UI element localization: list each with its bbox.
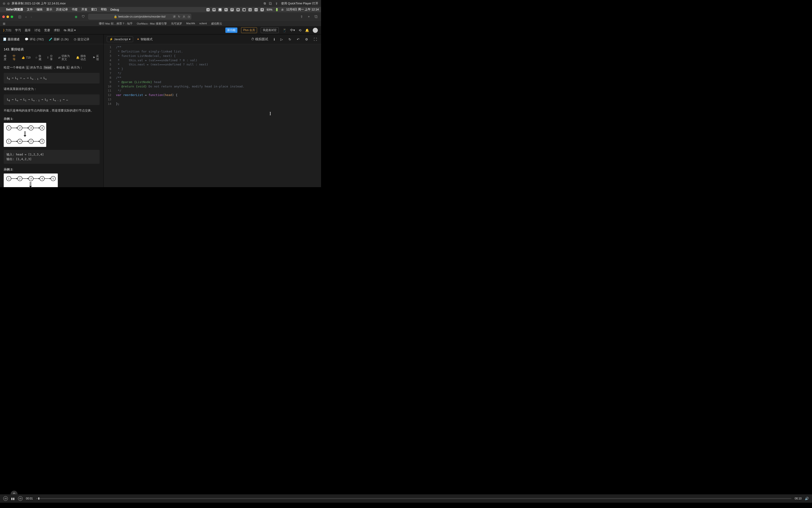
new-feature-badge[interactable]: 新功能	[225, 28, 237, 33]
bell-icon[interactable]: 🔔	[305, 29, 309, 32]
status-icon-p[interactable]: P	[231, 8, 234, 11]
copy-icon[interactable]: ⿻	[269, 2, 272, 5]
share-button[interactable]: ⇪分享	[47, 54, 53, 61]
info-icon[interactable]: ℹ	[273, 38, 276, 41]
sidebar-toggle-icon[interactable]: ◫	[17, 15, 22, 18]
example-1-io: 输入: head = [1,2,3,4] 输出: [1,4,2,3]	[4, 150, 100, 164]
tab-submissions[interactable]: ◷ 提交记录	[74, 37, 89, 41]
status-icon-cmd[interactable]: ⌘	[236, 8, 240, 11]
leetcode-logo[interactable]: ⟩ 力扣	[3, 28, 11, 32]
updates-button[interactable]: 🔔接收动态	[76, 54, 88, 61]
menu-debug[interactable]: Debug	[110, 8, 119, 11]
fav-button[interactable]: ☆收藏	[35, 54, 42, 61]
privacy-icon[interactable]: ⛉	[81, 15, 86, 18]
nav-discuss[interactable]: 讨论	[35, 28, 41, 32]
menu-window[interactable]: 窗口	[91, 8, 97, 11]
settings-icon[interactable]: ⚙	[304, 38, 309, 41]
tab-solutions-label: 题解	[54, 37, 60, 41]
updates-label: 接收动态	[81, 54, 88, 61]
nav-store[interactable]: 🛍 商店 ▾	[63, 28, 76, 32]
tabs-icon[interactable]: ⿻	[314, 15, 319, 18]
run-icon[interactable]: ▷	[279, 38, 284, 41]
like-button[interactable]: 👍719	[21, 56, 31, 59]
mock-interview-button[interactable]: ⏱ 模拟面试	[250, 37, 269, 41]
nav-problems[interactable]: 题库	[25, 28, 31, 32]
avatar[interactable]	[313, 28, 318, 33]
plus-badge[interactable]: Plus 会员	[241, 27, 257, 33]
open-with-button[interactable]: 使用 QuickTime Player 打开	[281, 1, 318, 6]
feedback-button[interactable]: ⚑反馈	[93, 54, 100, 61]
status-icon-wechat[interactable]: 💬	[219, 8, 222, 11]
clock[interactable]: 12月6日 周一 上午 12:14	[286, 8, 319, 11]
app-name[interactable]: Safari浏览器	[6, 8, 23, 11]
tab-solutions[interactable]: 🧪 题解 (1.2k)	[49, 37, 68, 41]
nav-contest[interactable]: 竞赛	[44, 28, 50, 32]
menu-bookmarks[interactable]: 书签	[71, 8, 78, 11]
svg-text:1: 1	[8, 127, 9, 129]
bookmark-4[interactable]: MacWk	[186, 22, 195, 26]
status-icon-1[interactable]: ●	[206, 8, 210, 11]
reset-icon[interactable]: ↻	[288, 38, 292, 41]
window-zoom[interactable]	[11, 15, 13, 18]
reload-icon[interactable]: ↻	[178, 15, 180, 18]
playground-icon[interactable]: ⟲	[299, 29, 301, 32]
history-icon[interactable]: ◷	[188, 15, 190, 18]
menu-edit[interactable]: 编辑	[37, 8, 43, 11]
reader-icon[interactable]: 大	[183, 15, 185, 19]
fullscreen-icon[interactable]: ⛶	[313, 38, 318, 41]
nav-jobs[interactable]: 求职	[54, 28, 60, 32]
chevron-down-icon: ▾	[74, 29, 76, 32]
problem-body[interactable]: 143. 重排链表 难度 中等 👍719 ☆收藏 ⇪分享 ⇄切换为英文 🔔接收动…	[0, 44, 103, 187]
bookmark-1[interactable]: 哪些 Mac 软…推荐？ - 知乎	[99, 22, 133, 26]
undo-icon[interactable]: ↶	[296, 38, 300, 41]
text-cursor: I	[270, 111, 271, 116]
status-icon-grid[interactable]: ▦	[242, 8, 246, 11]
status-icon-a[interactable]: A	[260, 8, 264, 11]
lang-switch[interactable]: 中▾	[290, 28, 295, 32]
menu-history[interactable]: 历史记录	[56, 8, 68, 11]
lang-switch-en[interactable]: ⇄切换为英文	[58, 54, 71, 61]
menu-help[interactable]: 帮助	[101, 8, 107, 11]
bookmarks-grip-icon[interactable]: ▦	[3, 22, 6, 25]
control-center-icon[interactable]: ⎚	[282, 8, 283, 11]
nav-learn[interactable]: 学习	[15, 28, 21, 32]
new-tab-icon[interactable]: ＋	[306, 14, 312, 19]
switch-icon: ⇄	[58, 56, 60, 59]
svg-text:2: 2	[19, 177, 20, 180]
phone-icon[interactable]: 📱	[282, 29, 286, 32]
menu-develop[interactable]: 开发	[81, 8, 87, 11]
pip-icon[interactable]: ⧉	[264, 2, 266, 5]
tab-description[interactable]: 🧾 题目描述	[3, 37, 20, 41]
close-dot[interactable]	[3, 2, 5, 5]
url-bar[interactable]: 🔒 leetcode-cn.com/problems/reorder-list/…	[88, 14, 191, 20]
smart-mode[interactable]: ✦ 智能模式	[137, 37, 152, 41]
para-3: 不能只是单纯的改变节点内部的值，而是需要实际的进行节点交换。	[4, 108, 100, 113]
smart-mode-label: 智能模式	[141, 37, 152, 41]
back-button[interactable]: ‹	[25, 15, 28, 19]
menu-view[interactable]: 显示	[46, 8, 52, 11]
bookmark-6[interactable]: 威伯斯云	[211, 22, 222, 26]
translate-icon[interactable]: 译	[173, 15, 176, 19]
status-icon-clock[interactable]: ◷	[248, 8, 252, 11]
tab-comments[interactable]: 💬 评论 (782)	[25, 37, 44, 41]
window-minimize[interactable]	[6, 15, 9, 18]
min-dot[interactable]	[7, 2, 10, 5]
status-icon-sync[interactable]: ↻	[225, 8, 228, 11]
window-close[interactable]	[2, 15, 5, 18]
status-icon-w[interactable]: W	[212, 8, 216, 11]
forward-button[interactable]: ›	[30, 15, 33, 19]
formula-1: L0 → L1 → … → Ln - 1 → Ln	[4, 73, 100, 84]
bookmark-3[interactable]: 马可波罗	[171, 22, 182, 26]
share-icon[interactable]: ⇧	[299, 15, 304, 18]
bookmark-2[interactable]: OurMacs - Mac 搜索引擎	[137, 22, 167, 26]
status-icon-bar[interactable]: ▭	[254, 8, 258, 11]
interviewer-button[interactable]: 我是面试官	[261, 27, 279, 33]
bookmark-5[interactable]: xclient	[199, 22, 207, 26]
thumb-icon: 👍	[21, 56, 25, 59]
extension-icon[interactable]: ◉	[74, 15, 78, 18]
url-text: leetcode-cn.com/problems/reorder-list/	[118, 15, 166, 18]
code-editor[interactable]: 1234567891011121314 /** * Definition for…	[103, 44, 321, 187]
menu-file[interactable]: 文件	[27, 8, 33, 11]
share-icon[interactable]: ⇪	[275, 2, 278, 5]
language-selector[interactable]: ⚡ JavaScript ▾	[107, 36, 133, 42]
